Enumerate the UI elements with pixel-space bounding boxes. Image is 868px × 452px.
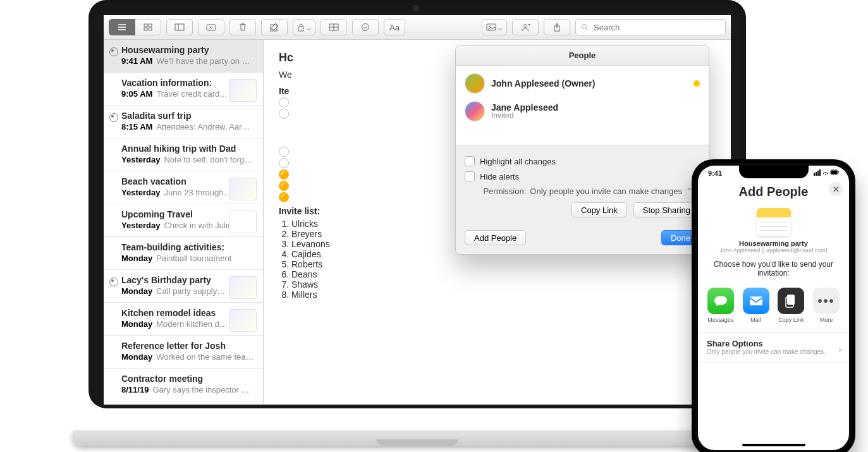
status-icons: [814, 169, 839, 177]
folder-button[interactable]: [198, 19, 224, 35]
popover-title: People: [456, 46, 709, 66]
macbook-frame: ⌵ Aa ⌵: [73, 0, 762, 452]
share-button[interactable]: [544, 19, 570, 35]
svg-rect-6: [207, 25, 216, 30]
note-row[interactable]: Annual hiking trip with DadYesterdayNote…: [104, 138, 263, 171]
collaborate-button[interactable]: [512, 19, 539, 35]
font-button[interactable]: Aa: [384, 19, 405, 35]
note-meta: YesterdayNote to self, don't forget t…: [121, 155, 254, 164]
avatar: [465, 101, 485, 121]
people-list: John Appleseed (Owner)Jane AppleseedInvi…: [456, 66, 709, 145]
person-name: John Appleseed (Owner): [491, 78, 595, 89]
note-title: Reference letter for Josh: [121, 341, 254, 351]
iphone-time: 9:41: [708, 169, 722, 177]
invitee: Deans: [291, 269, 716, 279]
note-thumbnail: [229, 79, 257, 102]
svg-rect-21: [816, 172, 817, 176]
shared-icon: [109, 278, 118, 286]
note-row[interactable]: Beach vacationYesterdayJune 23 through…: [104, 171, 263, 204]
svg-point-12: [362, 24, 369, 31]
shared-icon: [109, 47, 118, 56]
hide-alerts-checkbox[interactable]: [465, 171, 475, 181]
svg-point-14: [489, 26, 490, 27]
messages-icon: [707, 288, 734, 314]
note-row[interactable]: Reference letter for JoshMondayWorked on…: [104, 336, 263, 369]
iphone-notch: [739, 166, 809, 178]
svg-rect-26: [831, 171, 837, 174]
close-button[interactable]: ✕: [829, 182, 843, 196]
person-status: Invited: [491, 111, 558, 120]
mail-icon: [743, 288, 769, 314]
table-button[interactable]: [321, 19, 347, 35]
svg-point-16: [529, 24, 530, 26]
media-button[interactable]: ⌵: [482, 19, 507, 35]
more-icon: •••: [813, 288, 840, 314]
home-indicator[interactable]: [742, 444, 805, 446]
note-meta: 8/11/19Gary says the inspector w…: [121, 385, 254, 394]
svg-rect-0: [144, 24, 147, 27]
invitee: Shaws: [291, 279, 716, 290]
share-messages[interactable]: Messages: [707, 288, 734, 323]
svg-rect-22: [817, 171, 819, 176]
note-body: Hc We Ite Invite list: UlricksBreyersLev…: [264, 40, 731, 405]
person-row[interactable]: John Appleseed (Owner): [465, 70, 700, 97]
shared-icon: [109, 113, 118, 122]
share-copy-link[interactable]: Copy Link: [778, 288, 804, 323]
share-options-row[interactable]: Share Options Only people you invite can…: [698, 332, 849, 362]
search-field[interactable]: [575, 19, 726, 35]
checklist-button[interactable]: [352, 19, 379, 35]
avatar: [465, 73, 485, 94]
note-row[interactable]: Housewarming party9:41 AMWe'll have the …: [104, 40, 263, 73]
highlight-label: Highlight all changes: [480, 157, 556, 166]
attachments-button[interactable]: [166, 19, 193, 35]
permission-label: Permission:: [483, 186, 526, 196]
people-popover: People John Appleseed (Owner)Jane Apples…: [455, 45, 709, 255]
note-title: Housewarming party: [121, 45, 254, 55]
svg-rect-20: [814, 173, 815, 176]
compose-button[interactable]: [261, 19, 288, 35]
mac-screen: ⌵ Aa ⌵: [104, 15, 731, 405]
camera-dot: [413, 5, 419, 11]
iphone-note-owner: John Appleseed (j.appleseed@icloud.com): [698, 247, 849, 253]
note-row[interactable]: Vacation information:9:05 AMTravel credi…: [104, 73, 263, 106]
note-row[interactable]: Saladita surf trip8:15 AMAttendees: Andr…: [104, 106, 263, 138]
note-thumbnail: [229, 178, 257, 200]
grid-view-button[interactable]: [135, 19, 161, 35]
svg-rect-1: [149, 24, 152, 27]
note-thumbnail: [229, 309, 257, 332]
iphone-frame: 9:41 Add People ✕ Housewarming party Joh…: [692, 159, 855, 452]
note-thumbnail: [229, 276, 257, 299]
notes-list: Housewarming party9:41 AMWe'll have the …: [104, 40, 264, 405]
svg-point-24: [825, 174, 826, 175]
svg-rect-27: [838, 171, 839, 173]
copy-link-icon: [778, 288, 804, 314]
stop-sharing-button[interactable]: Stop Sharing: [633, 202, 700, 217]
permission-value[interactable]: Only people you invite can make changes: [530, 186, 682, 196]
lock-button[interactable]: ⌵: [293, 19, 315, 35]
note-row[interactable]: Lacy's Birthday partyMondayCall party su…: [104, 270, 263, 303]
note-meta: MondayWorked on the same team…: [121, 352, 254, 362]
iphone-note-title: Housewarming party: [698, 240, 849, 247]
highlight-checkbox[interactable]: [465, 156, 475, 166]
trash-button[interactable]: [229, 19, 256, 35]
note-row[interactable]: Upcoming TravelYesterdayCheck in with Ju…: [104, 204, 263, 237]
invitee: Millers: [291, 290, 716, 300]
note-row[interactable]: Contractor meeting8/11/19Gary says the i…: [104, 369, 263, 401]
note-meta: 9:41 AMWe'll have the party on Sat…: [121, 56, 254, 66]
note-icon: [757, 208, 791, 236]
view-toggle: [109, 19, 161, 35]
note-row[interactable]: Kitchen remodel ideasMondayModern kitche…: [104, 303, 263, 336]
list-view-button[interactable]: [109, 19, 135, 35]
search-input[interactable]: [592, 22, 720, 33]
copy-link-button[interactable]: Copy Link: [572, 202, 627, 217]
person-row[interactable]: Jane AppleseedInvited: [465, 97, 700, 125]
note-row[interactable]: Team-building activities:MondayPaintball…: [104, 237, 263, 270]
share-more[interactable]: ••• More: [813, 288, 840, 323]
add-people-button[interactable]: Add People: [465, 230, 526, 245]
invite-list-title: Invite list:: [279, 206, 320, 216]
iphone-sheet-title: Add People: [738, 185, 808, 199]
search-icon: [581, 23, 589, 31]
svg-rect-3: [149, 28, 152, 30]
svg-rect-4: [175, 24, 184, 30]
share-mail[interactable]: Mail: [743, 288, 769, 323]
